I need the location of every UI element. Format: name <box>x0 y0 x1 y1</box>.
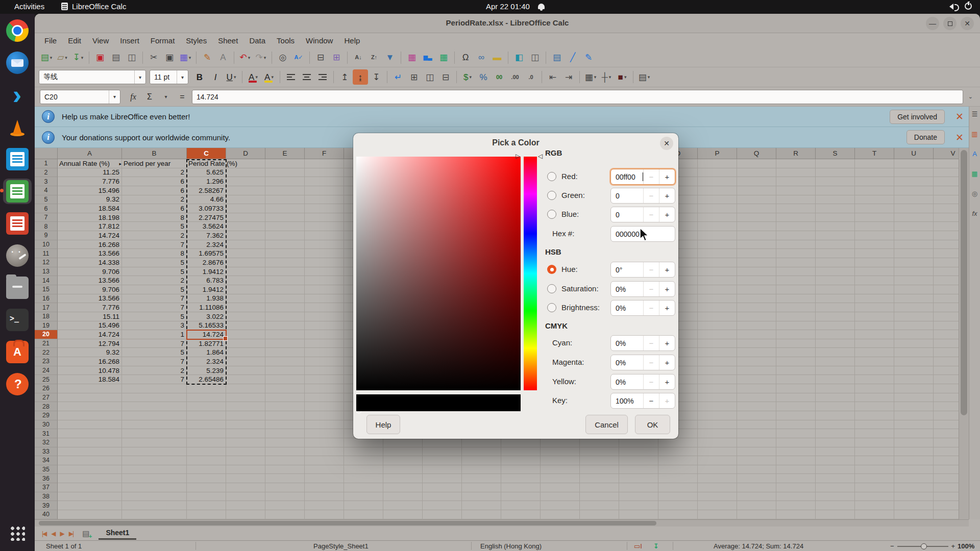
cell-B27[interactable] <box>122 393 187 403</box>
selection-mode-icon[interactable]: ▭I <box>634 542 642 550</box>
cell-A38[interactable] <box>58 492 122 502</box>
cell-U15[interactable] <box>894 285 934 294</box>
cell-E18[interactable] <box>265 312 305 321</box>
cell-P4[interactable] <box>698 186 737 195</box>
cell-Q21[interactable] <box>737 339 776 348</box>
cell-J38[interactable] <box>462 492 501 502</box>
cell-F31[interactable] <box>305 429 344 438</box>
add-decimal-button[interactable]: .00 <box>507 69 523 85</box>
cell-O36[interactable] <box>658 474 698 483</box>
cell-S37[interactable] <box>816 483 855 492</box>
cell-B7[interactable]: 8 <box>122 213 187 222</box>
cell-Q31[interactable] <box>737 429 776 438</box>
cell-T5[interactable] <box>855 195 894 205</box>
dock-item-libreoffice-writer[interactable] <box>3 146 32 172</box>
cell-Q9[interactable] <box>737 231 776 240</box>
row-header-15[interactable]: 15 <box>35 285 58 294</box>
cell-T7[interactable] <box>855 213 894 222</box>
cell-E17[interactable] <box>265 303 305 312</box>
cell-E29[interactable] <box>265 411 305 420</box>
cell-Q2[interactable] <box>737 168 776 178</box>
clear-formatting-button[interactable]: A <box>215 50 231 65</box>
get-involved-button[interactable]: Get involved <box>890 110 945 124</box>
blue-radio[interactable] <box>547 210 556 219</box>
cell-U3[interactable] <box>894 177 934 186</box>
cell-E32[interactable] <box>265 438 305 447</box>
cell-S5[interactable] <box>816 195 855 205</box>
cell-L40[interactable] <box>541 510 580 519</box>
dock-item-chrome[interactable] <box>3 18 32 43</box>
name-box[interactable]: C20 ▾ <box>40 90 120 104</box>
cell-F10[interactable] <box>305 240 344 249</box>
cell-T3[interactable] <box>855 177 894 186</box>
cell-R25[interactable] <box>776 375 816 384</box>
cell-C39[interactable] <box>187 501 226 510</box>
horizontal-scrollbar[interactable] <box>35 519 969 527</box>
cell-Q3[interactable] <box>737 177 776 186</box>
cell-A22[interactable]: 9.32 <box>58 348 122 357</box>
cell-B21[interactable]: 7 <box>122 339 187 348</box>
cell-Q29[interactable] <box>737 411 776 420</box>
cell-Q12[interactable] <box>737 258 776 267</box>
cell-T12[interactable] <box>855 258 894 267</box>
cell-V24[interactable] <box>934 366 959 375</box>
cell-Q34[interactable] <box>737 456 776 465</box>
close-icon[interactable]: ✕ <box>660 137 673 150</box>
borders-button[interactable]: ▦▾ <box>583 69 598 85</box>
cell-R15[interactable] <box>776 285 816 294</box>
print-preview-button[interactable]: ◫ <box>124 50 139 65</box>
cell-Q25[interactable] <box>737 375 776 384</box>
cell-U40[interactable] <box>894 510 934 519</box>
cell-M39[interactable] <box>580 501 619 510</box>
row-header-12[interactable]: 12 <box>35 258 58 267</box>
cell-P6[interactable] <box>698 204 737 213</box>
cell-V10[interactable] <box>934 240 959 249</box>
cell-U36[interactable] <box>894 474 934 483</box>
cell-S9[interactable] <box>816 231 855 240</box>
cell-T30[interactable] <box>855 420 894 430</box>
headers-footers-button[interactable]: ▤ <box>549 50 565 65</box>
cell-V8[interactable] <box>934 222 959 231</box>
cell-E19[interactable] <box>265 321 305 331</box>
cell-F29[interactable] <box>305 411 344 420</box>
cell-G34[interactable] <box>344 456 383 465</box>
chevron-down-icon[interactable]: ▾ <box>177 70 188 84</box>
cell-C4[interactable]: 2.58267 <box>187 186 226 195</box>
cell-E33[interactable] <box>265 447 305 457</box>
cell-V12[interactable] <box>934 258 959 267</box>
cell-U26[interactable] <box>894 384 934 393</box>
cell-V38[interactable] <box>934 492 959 502</box>
cell-U12[interactable] <box>894 258 934 267</box>
cell-Q4[interactable] <box>737 186 776 195</box>
cell-P23[interactable] <box>698 357 737 366</box>
dock-item-app-grid[interactable] <box>3 520 32 546</box>
row-header-22[interactable]: 22 <box>35 348 58 357</box>
cell-P12[interactable] <box>698 258 737 267</box>
row-header-27[interactable]: 27 <box>35 393 58 403</box>
chevron-down-icon[interactable]: ▾ <box>189 55 191 60</box>
cell-A2[interactable]: 11.25 <box>58 168 122 178</box>
cell-O37[interactable] <box>658 483 698 492</box>
cell-D28[interactable] <box>226 402 265 411</box>
cell-I32[interactable] <box>423 438 462 447</box>
cell-Q36[interactable] <box>737 474 776 483</box>
cell-S25[interactable] <box>816 375 855 384</box>
cell-A1[interactable]: Annual Rate (%)▸ <box>58 159 122 168</box>
cell-A23[interactable]: 16.268 <box>58 357 122 366</box>
cell-U11[interactable] <box>894 249 934 258</box>
cell-D4[interactable] <box>226 186 265 195</box>
print-button[interactable]: ▤ <box>108 50 124 65</box>
cell-P11[interactable] <box>698 249 737 258</box>
cell-P26[interactable] <box>698 384 737 393</box>
cell-A10[interactable]: 16.268 <box>58 240 122 249</box>
cell-Q16[interactable] <box>737 294 776 304</box>
cell-D10[interactable] <box>226 240 265 249</box>
cell-B35[interactable] <box>122 465 187 474</box>
cell-C33[interactable] <box>187 447 226 457</box>
cell-V27[interactable] <box>934 393 959 403</box>
decrement-icon[interactable]: − <box>643 374 659 389</box>
align-top-button[interactable]: ↥ <box>337 69 352 85</box>
cell-D14[interactable] <box>226 276 265 285</box>
cell-A6[interactable]: 18.584 <box>58 204 122 213</box>
chevron-down-icon[interactable]: ▾ <box>50 55 53 60</box>
